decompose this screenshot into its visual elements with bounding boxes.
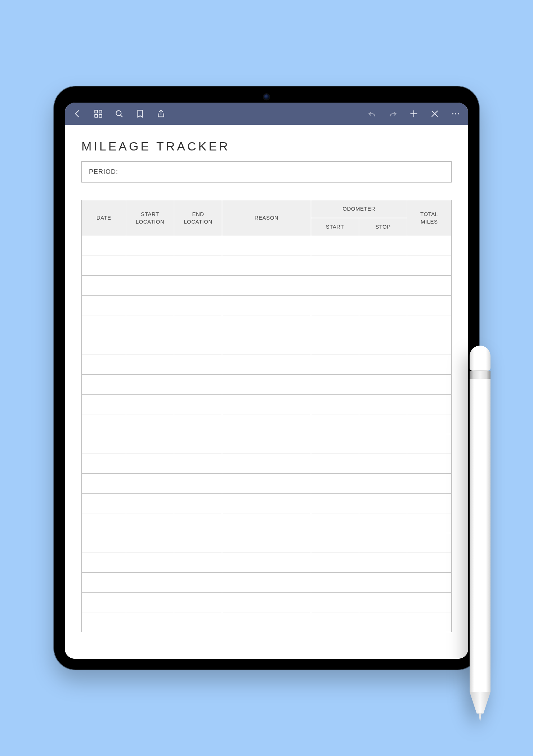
cell-start_location[interactable] — [126, 335, 174, 355]
period-field[interactable]: PERIOD: — [81, 161, 452, 183]
cell-odo_start[interactable] — [311, 276, 359, 296]
cell-total_miles[interactable] — [407, 315, 451, 335]
cell-end_location[interactable] — [174, 533, 222, 553]
cell-odo_start[interactable] — [311, 375, 359, 395]
cell-date[interactable] — [82, 612, 126, 632]
cell-odo_start[interactable] — [311, 315, 359, 335]
cell-odo_stop[interactable] — [359, 256, 407, 276]
cell-reason[interactable] — [222, 335, 311, 355]
cell-odo_stop[interactable] — [359, 395, 407, 414]
cell-date[interactable] — [82, 494, 126, 513]
cell-reason[interactable] — [222, 573, 311, 593]
cell-odo_start[interactable] — [311, 553, 359, 573]
cell-date[interactable] — [82, 395, 126, 414]
cell-end_location[interactable] — [174, 434, 222, 454]
cell-date[interactable] — [82, 414, 126, 434]
cell-reason[interactable] — [222, 256, 311, 276]
cell-reason[interactable] — [222, 276, 311, 296]
cell-reason[interactable] — [222, 434, 311, 454]
cell-date[interactable] — [82, 315, 126, 335]
cell-reason[interactable] — [222, 355, 311, 375]
cell-odo_start[interactable] — [311, 612, 359, 632]
cell-start_location[interactable] — [126, 276, 174, 296]
cell-reason[interactable] — [222, 513, 311, 533]
cell-total_miles[interactable] — [407, 573, 451, 593]
more-icon[interactable] — [451, 109, 460, 118]
undo-icon[interactable] — [367, 109, 377, 118]
cell-total_miles[interactable] — [407, 256, 451, 276]
cell-total_miles[interactable] — [407, 494, 451, 513]
back-icon[interactable] — [73, 109, 82, 118]
cell-start_location[interactable] — [126, 236, 174, 256]
cell-total_miles[interactable] — [407, 454, 451, 474]
cell-date[interactable] — [82, 474, 126, 494]
cell-start_location[interactable] — [126, 454, 174, 474]
cell-reason[interactable] — [222, 395, 311, 414]
share-icon[interactable] — [156, 109, 166, 118]
cell-reason[interactable] — [222, 236, 311, 256]
cell-odo_start[interactable] — [311, 296, 359, 315]
grid-icon[interactable] — [94, 109, 103, 118]
cell-end_location[interactable] — [174, 375, 222, 395]
cell-start_location[interactable] — [126, 573, 174, 593]
cell-total_miles[interactable] — [407, 533, 451, 553]
cell-total_miles[interactable] — [407, 513, 451, 533]
cell-start_location[interactable] — [126, 593, 174, 612]
cell-odo_start[interactable] — [311, 494, 359, 513]
cell-odo_stop[interactable] — [359, 375, 407, 395]
cell-reason[interactable] — [222, 553, 311, 573]
cell-reason[interactable] — [222, 454, 311, 474]
cell-odo_stop[interactable] — [359, 553, 407, 573]
cell-odo_start[interactable] — [311, 355, 359, 375]
cell-date[interactable] — [82, 593, 126, 612]
cell-reason[interactable] — [222, 612, 311, 632]
cell-date[interactable] — [82, 533, 126, 553]
cell-start_location[interactable] — [126, 533, 174, 553]
cell-total_miles[interactable] — [407, 474, 451, 494]
cell-start_location[interactable] — [126, 256, 174, 276]
cell-reason[interactable] — [222, 315, 311, 335]
cell-end_location[interactable] — [174, 276, 222, 296]
cell-date[interactable] — [82, 553, 126, 573]
cell-odo_start[interactable] — [311, 593, 359, 612]
cell-total_miles[interactable] — [407, 395, 451, 414]
cell-start_location[interactable] — [126, 434, 174, 454]
cell-reason[interactable] — [222, 533, 311, 553]
cell-end_location[interactable] — [174, 315, 222, 335]
cell-start_location[interactable] — [126, 612, 174, 632]
cell-end_location[interactable] — [174, 414, 222, 434]
bookmark-icon[interactable] — [135, 109, 145, 118]
plus-icon[interactable] — [409, 109, 418, 118]
cell-date[interactable] — [82, 375, 126, 395]
cell-total_miles[interactable] — [407, 296, 451, 315]
cell-odo_stop[interactable] — [359, 434, 407, 454]
cell-odo_stop[interactable] — [359, 573, 407, 593]
cell-end_location[interactable] — [174, 256, 222, 276]
cell-odo_start[interactable] — [311, 395, 359, 414]
cell-odo_start[interactable] — [311, 533, 359, 553]
cell-odo_start[interactable] — [311, 454, 359, 474]
cell-odo_stop[interactable] — [359, 593, 407, 612]
cell-odo_stop[interactable] — [359, 335, 407, 355]
cell-end_location[interactable] — [174, 236, 222, 256]
cell-odo_stop[interactable] — [359, 494, 407, 513]
cell-start_location[interactable] — [126, 315, 174, 335]
cell-odo_start[interactable] — [311, 414, 359, 434]
cell-total_miles[interactable] — [407, 375, 451, 395]
cell-reason[interactable] — [222, 474, 311, 494]
cell-date[interactable] — [82, 355, 126, 375]
cell-date[interactable] — [82, 454, 126, 474]
cell-odo_start[interactable] — [311, 474, 359, 494]
cell-end_location[interactable] — [174, 355, 222, 375]
document-canvas[interactable]: MILEAGE TRACKER PERIOD: DATE STARTLOCATI… — [65, 125, 468, 659]
cell-odo_start[interactable] — [311, 335, 359, 355]
cell-date[interactable] — [82, 573, 126, 593]
cell-end_location[interactable] — [174, 454, 222, 474]
cell-reason[interactable] — [222, 375, 311, 395]
cell-end_location[interactable] — [174, 593, 222, 612]
close-icon[interactable] — [430, 109, 439, 118]
cell-date[interactable] — [82, 236, 126, 256]
cell-odo_start[interactable] — [311, 434, 359, 454]
cell-start_location[interactable] — [126, 494, 174, 513]
cell-total_miles[interactable] — [407, 236, 451, 256]
